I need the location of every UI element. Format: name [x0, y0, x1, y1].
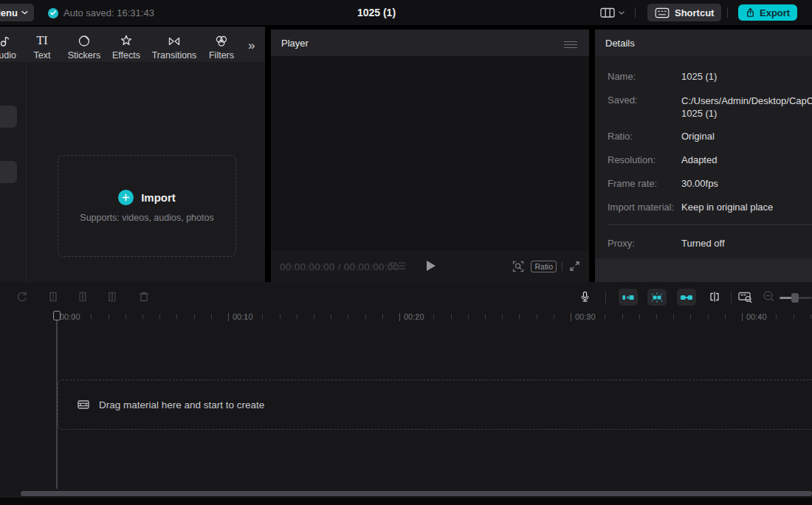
details-title: Details [605, 38, 635, 49]
import-dropzone[interactable]: Import Supports: videos, audios, photos [58, 155, 236, 257]
delete-icon[interactable] [137, 290, 151, 303]
ratio-button[interactable]: Ratio [531, 261, 557, 272]
filmstrip-icon [77, 398, 90, 411]
drop-hint-text: Drag material here and start to create [99, 399, 264, 410]
details-header: Details [595, 30, 812, 56]
media-category-item[interactable] [0, 106, 17, 128]
transitions-icon [168, 32, 181, 47]
ripple-toggle[interactable] [647, 289, 667, 306]
tab-label: Effects [112, 50, 140, 61]
toolbar-divider [605, 292, 606, 303]
split-icon[interactable] [47, 290, 60, 303]
menu-button[interactable]: Menu [0, 4, 34, 21]
link-toggle[interactable] [677, 289, 696, 306]
play-button[interactable] [427, 261, 436, 271]
ruler-label: 00:40 [742, 312, 767, 321]
ruler-label: 00:10 [228, 312, 253, 321]
tab-filters[interactable]: Filters [199, 32, 244, 61]
frame-preview-icon [390, 262, 405, 271]
controls-divider [562, 262, 562, 271]
autosave-indicator: Auto saved: 16:31:43 [48, 7, 154, 18]
horizontal-scrollbar[interactable] [21, 491, 812, 496]
time-separator: / [338, 261, 341, 272]
audio-icon [0, 32, 11, 47]
more-tabs-icon[interactable]: » [248, 38, 253, 53]
playhead-handle[interactable] [53, 311, 61, 320]
keyboard-icon [655, 7, 670, 18]
ruler-ticks [57, 315, 812, 319]
ruler-label: 00:30 [571, 312, 596, 321]
media-sidebar-divider [26, 62, 27, 282]
details-footer [595, 258, 812, 282]
export-icon [746, 7, 755, 18]
delete-right-icon[interactable] [106, 290, 119, 303]
tab-label: Transitions [152, 50, 197, 61]
layout-caret-icon[interactable] [619, 11, 625, 15]
current-time: 00:00:00:00 [280, 261, 335, 272]
media-content: Import Supports: videos, audios, photos [0, 62, 265, 282]
redo-icon[interactable] [16, 290, 29, 303]
player-header: Player [271, 30, 589, 56]
toolbar-divider [731, 292, 732, 303]
tab-text[interactable]: TI Text [27, 32, 57, 61]
fullscreen-icon[interactable] [569, 261, 580, 272]
details-row-import-material: Import material: Keep in original place [608, 202, 812, 213]
autosave-check-icon [48, 8, 58, 18]
details-panel: Details Name: 1025 (1) Saved: C:/Users/A… [595, 30, 812, 282]
import-hint: Supports: videos, audios, photos [80, 213, 213, 223]
project-title: 1025 (1) [357, 7, 396, 18]
details-row-resolution: Resolution: Adapted [608, 154, 812, 165]
delete-left-icon[interactable] [76, 290, 89, 303]
zoom-fit-icon[interactable] [512, 261, 524, 272]
player-controls: 00:00:00:00 / 00:00:00:00 Ratio [271, 251, 589, 282]
topbar: Menu Auto saved: 16:31:43 1025 (1) Short… [0, 0, 812, 25]
zoom-out-icon[interactable] [763, 290, 775, 303]
topbar-divider [727, 7, 728, 18]
tab-stickers[interactable]: Stickers [62, 32, 106, 61]
export-button[interactable]: Export [738, 4, 797, 21]
details-divider [608, 224, 812, 225]
topbar-divider [635, 7, 636, 18]
preview-axis-icon[interactable] [708, 290, 721, 303]
timeline: 00:00 00:10 00:20 00:30 00:40 Drag mater… [0, 282, 812, 505]
autosave-text: Auto saved: 16:31:43 [63, 7, 154, 18]
timecode: 00:00:00:00 / 00:00:00:00 [280, 261, 399, 272]
timeline-bottom-strip [0, 498, 812, 505]
zoom-slider-track[interactable] [799, 297, 812, 299]
shortcut-button[interactable]: Shortcut [647, 4, 721, 21]
timeline-preview-icon[interactable] [738, 290, 753, 303]
import-label: Import [141, 191, 176, 204]
layout-panels-icon[interactable] [600, 7, 615, 18]
export-label: Export [760, 7, 790, 18]
shortcut-label: Shortcut [675, 7, 714, 18]
media-category-item[interactable] [0, 161, 17, 183]
tab-effects[interactable]: Effects [104, 32, 148, 61]
ruler-label: 00:20 [399, 312, 424, 321]
tab-transitions[interactable]: Transitions [145, 32, 204, 61]
player-title: Player [281, 38, 309, 49]
tab-label: Audio [0, 50, 16, 61]
tab-label: Text [34, 50, 51, 61]
record-voiceover-icon[interactable] [579, 290, 591, 303]
player-menu-icon[interactable] [564, 39, 577, 50]
magnet-toggle[interactable] [619, 289, 638, 306]
timeline-ruler[interactable]: 00:00 00:10 00:20 00:30 00:40 [0, 310, 812, 326]
tab-audio[interactable]: Audio [0, 32, 21, 61]
plus-icon [118, 190, 134, 205]
details-row-ratio: Ratio: Original [608, 131, 812, 142]
zoom-slider-handle[interactable] [791, 293, 799, 303]
details-row-saved: Saved: C:/Users/Admin/Desktop/CapC 1025 … [608, 95, 812, 120]
details-row-proxy: Proxy: Turned off [608, 238, 812, 249]
media-panel: Audio TI Text Stickers Effects Transitio… [0, 27, 265, 282]
player-panel: Player 00:00:00:00 / 00:00:00:00 Ratio [271, 30, 589, 282]
track-dropzone[interactable]: Drag material here and start to create [58, 379, 812, 430]
details-row-framerate: Frame rate: 30.00fps [608, 178, 812, 189]
menu-label: Menu [0, 7, 18, 18]
zoom-slider-track[interactable] [780, 297, 792, 299]
effects-icon [120, 32, 133, 47]
stickers-icon [78, 32, 91, 47]
details-row-name: Name: 1025 (1) [608, 71, 812, 82]
text-icon: TI [36, 32, 47, 47]
tab-label: Filters [209, 50, 234, 61]
filters-icon [215, 32, 228, 47]
